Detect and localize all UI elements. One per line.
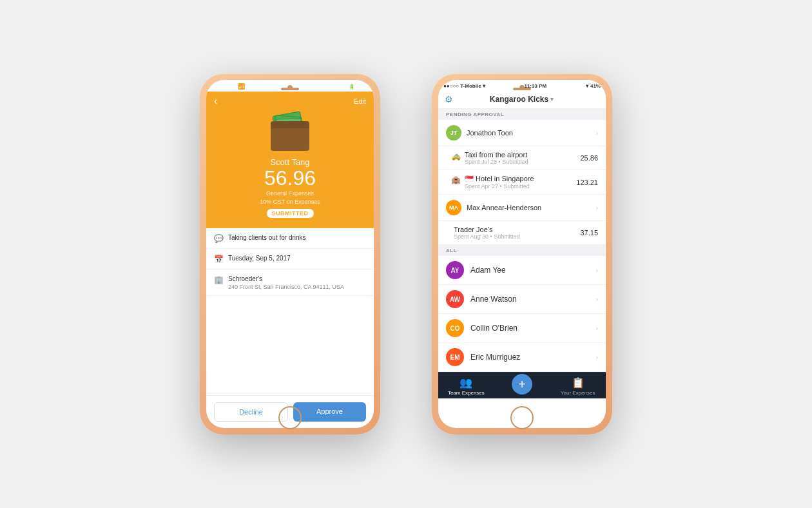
- trader-info: Trader Joe's Spent Aug 30 • Submitted: [451, 226, 580, 240]
- status-left-2: ●●○○○ T-Mobile ▾: [443, 83, 485, 89]
- home-button-1[interactable]: [278, 406, 302, 429]
- status-right-1: 🔋 80%: [349, 84, 367, 90]
- person-jonathon-toon[interactable]: JT Jonathon Toon ›: [438, 120, 606, 146]
- expense-status-badge: SUBMITTED: [267, 209, 314, 218]
- person-collin[interactable]: CO Collin O'Brien ›: [438, 314, 606, 343]
- trader-amount: 37.15: [580, 229, 598, 237]
- expense-header: ‹ Edit Scott Tang 56.96 General Expenses…: [206, 92, 374, 228]
- wifi-icon: 📶: [238, 83, 245, 90]
- chevron-eric: ›: [596, 354, 598, 361]
- signal-2: ●●○○○: [443, 83, 459, 89]
- taxi-name: Taxi from the airport: [465, 151, 580, 159]
- tab-team-expenses[interactable]: 👥 Team Expenses: [438, 376, 494, 396]
- edit-button[interactable]: Edit: [354, 97, 366, 105]
- taxi-amount: 25.86: [580, 154, 598, 162]
- chevron-jonathon: ›: [596, 130, 598, 137]
- name-eric: Eric Murriguez: [470, 353, 590, 362]
- trader-name: Trader Joe's: [454, 226, 580, 233]
- person-anne[interactable]: AW Anne Watson ›: [438, 285, 606, 314]
- taxi-icon: 🚕: [451, 151, 461, 161]
- all-section-header: ALL: [438, 245, 606, 256]
- expense-trader[interactable]: Trader Joe's Spent Aug 30 • Submitted 37…: [438, 221, 606, 245]
- phone-2: ●●○○○ T-Mobile ▾ 11:33 PM ▾ 41% ⚙ Kangar…: [432, 73, 612, 435]
- home-button-2[interactable]: [510, 406, 534, 429]
- carrier-2: T-Mobile: [460, 83, 481, 89]
- status-right-2: ▾ 41%: [586, 83, 601, 89]
- back-button[interactable]: ‹: [214, 95, 217, 107]
- comment-text: Taking clients out for drinks: [228, 233, 306, 242]
- tab-add[interactable]: +: [494, 378, 550, 395]
- location-info: Schroeder's 240 Front St, San Francisco,…: [228, 275, 344, 290]
- phone-2-speaker: [513, 88, 531, 90]
- expense-amount: 56.96: [264, 167, 316, 190]
- avatar-eric: EM: [446, 348, 464, 366]
- detail-list: 💬 Taking clients out for drinks 📅 Tuesda…: [206, 228, 374, 395]
- location-address: 240 Front St, San Francisco, CA 94111, U…: [228, 284, 344, 290]
- status-left-1: T-Mobile 📶: [213, 83, 245, 90]
- battery-icon-1: 🔋: [349, 84, 355, 90]
- wallet-illustration: [264, 112, 316, 151]
- detail-date: 📅 Tuesday, Sep 5, 2017: [206, 249, 374, 269]
- chevron-collin: ›: [596, 325, 598, 332]
- tab-your-expenses[interactable]: 📋 Your Expenses: [550, 376, 606, 396]
- settings-icon[interactable]: ⚙: [445, 94, 453, 104]
- phone-1: T-Mobile 📶 3:07 PM 🔋 80% ‹ Edit: [200, 73, 380, 435]
- your-expenses-label: Your Expenses: [561, 390, 595, 396]
- approve-button[interactable]: Approve: [293, 402, 366, 422]
- person-adam[interactable]: AY Adam Yee ›: [438, 256, 606, 285]
- chevron-anne: ›: [596, 296, 598, 303]
- dropdown-arrow-icon[interactable]: ▾: [550, 96, 554, 103]
- name-max: Max Annear-Henderson: [467, 204, 591, 211]
- team-expenses-icon: 👥: [459, 376, 472, 389]
- date-text: Tuesday, Sep 5, 2017: [228, 254, 291, 263]
- chevron-adam: ›: [596, 267, 598, 274]
- category-2: 10% GST on Expenses: [260, 199, 320, 205]
- person-eric[interactable]: EM Eric Murriguez ›: [438, 343, 606, 372]
- carrier-1: T-Mobile: [213, 83, 237, 90]
- all-people-list: AY Adam Yee › AW Anne Watson › CO Collin…: [438, 256, 606, 372]
- detail-comment: 💬 Taking clients out for drinks: [206, 228, 374, 249]
- hotel-icon: 🏨: [451, 175, 461, 184]
- phone-2-screen: ●●○○○ T-Mobile ▾ 11:33 PM ▾ 41% ⚙ Kangar…: [438, 80, 606, 428]
- location-icon: 🏢: [214, 275, 223, 284]
- battery-2: 41%: [590, 83, 601, 89]
- expense-hotel[interactable]: 🏨 🇸🇬 Hotel in Singapore Spent Apr 27 • S…: [438, 170, 606, 195]
- pending-section-header: PENDING APPROVAL: [438, 109, 606, 120]
- company-name: Kangaroo Kicks: [490, 95, 548, 104]
- name-anne: Anne Watson: [470, 295, 590, 304]
- avatar-collin: CO: [446, 319, 464, 337]
- hotel-amount: 123.21: [576, 179, 598, 186]
- expense-category: General Expenses 10% GST on Expenses: [260, 190, 320, 206]
- avatar-adam: AY: [446, 261, 464, 279]
- tab-bar: 👥 Team Expenses + 📋 Your Expenses: [438, 372, 606, 398]
- name-collin: Collin O'Brien: [470, 324, 590, 333]
- comment-icon: 💬: [214, 234, 223, 243]
- person-max[interactable]: MA Max Annear-Henderson ›: [438, 195, 606, 221]
- trader-meta: Spent Aug 30 • Submitted: [454, 233, 580, 240]
- name-jonathon: Jonathon Toon: [467, 129, 591, 137]
- hotel-name: 🇸🇬 Hotel in Singapore: [465, 175, 576, 183]
- wallet-body: [271, 128, 309, 151]
- add-button[interactable]: +: [512, 374, 532, 395]
- decline-button[interactable]: Decline: [214, 402, 288, 422]
- calendar-icon: 📅: [214, 255, 223, 264]
- add-icon: +: [518, 377, 526, 392]
- name-adam: Adam Yee: [470, 266, 590, 275]
- taxi-info: Taxi from the airport Spent Jul 28 • Sub…: [465, 151, 580, 165]
- expense-taxi[interactable]: 🚕 Taxi from the airport Spent Jul 28 • S…: [438, 146, 606, 170]
- phone2-nav: ⚙ Kangaroo Kicks ▾: [438, 92, 606, 109]
- hotel-meta: Spent Apr 27 • Submitted: [465, 183, 576, 190]
- hotel-info: 🇸🇬 Hotel in Singapore Spent Apr 27 • Sub…: [465, 175, 576, 190]
- header-nav: ‹ Edit: [214, 95, 366, 107]
- expense-person-name: Scott Tang: [270, 157, 309, 167]
- avatar-anne: AW: [446, 290, 464, 308]
- avatar-max: MA: [446, 200, 461, 215]
- taxi-meta: Spent Jul 28 • Submitted: [465, 159, 580, 165]
- category-1: General Expenses: [266, 190, 314, 197]
- location-name: Schroeder's: [228, 275, 344, 284]
- phone-1-screen: T-Mobile 📶 3:07 PM 🔋 80% ‹ Edit: [206, 80, 374, 428]
- battery-1: 80%: [357, 84, 367, 90]
- avatar-jonathon: JT: [446, 125, 461, 141]
- scene: T-Mobile 📶 3:07 PM 🔋 80% ‹ Edit: [0, 48, 812, 460]
- team-expenses-label: Team Expenses: [448, 390, 485, 396]
